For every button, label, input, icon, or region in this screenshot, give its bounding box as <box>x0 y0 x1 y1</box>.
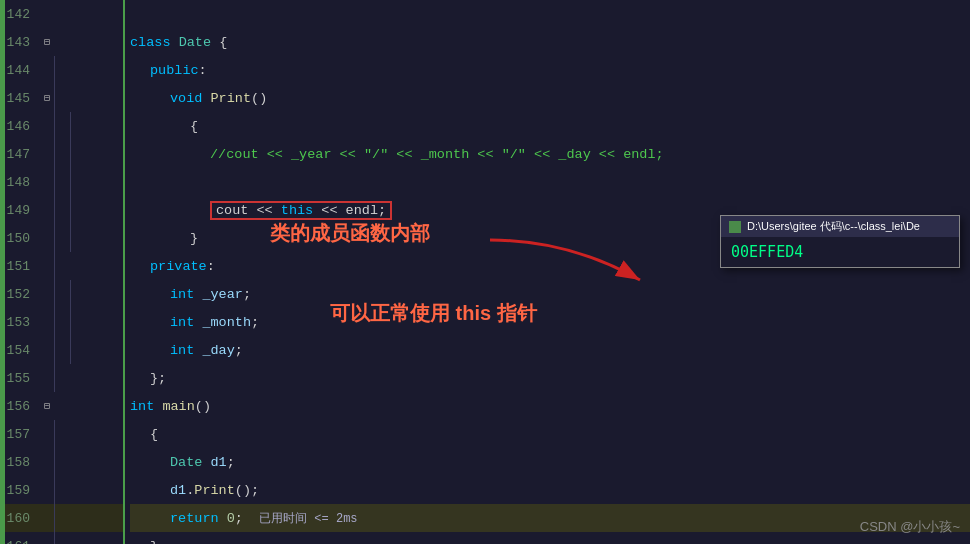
line-num: 147 <box>0 147 40 162</box>
code-line-143: class Date { <box>130 28 970 56</box>
line-num: 149 <box>0 203 40 218</box>
line-row-active: 160 <box>0 504 123 532</box>
line-row: 149 <box>0 196 123 224</box>
line-num: 155 <box>0 371 40 386</box>
fold-spacer <box>40 539 54 544</box>
editor-container: 142 143 ⊟ 144 145 ⊟ <box>0 0 970 544</box>
line-num: 142 <box>0 7 40 22</box>
fold-spacer <box>40 343 54 357</box>
fold-spacer <box>40 371 54 385</box>
popup-value: 00EFFED4 <box>721 237 959 267</box>
line-row: 151 <box>0 252 123 280</box>
code-line-146: { <box>130 112 970 140</box>
line-num: 143 <box>0 35 40 50</box>
code-line-155: }; <box>130 364 970 392</box>
fold-spacer <box>40 203 54 217</box>
popup-icon <box>729 221 741 233</box>
fold-spacer <box>40 287 54 301</box>
line-num: 157 <box>0 427 40 442</box>
line-num: 153 <box>0 315 40 330</box>
line-num: 152 <box>0 287 40 302</box>
line-row: 153 <box>0 308 123 336</box>
code-line-144: public: <box>130 56 970 84</box>
code-line-153: int _month; <box>130 308 970 336</box>
line-num: 159 <box>0 483 40 498</box>
code-line-147: //cout << _year << "/" << _month << "/" … <box>130 140 970 168</box>
line-num: 161 <box>0 539 40 545</box>
code-line-142 <box>130 0 970 28</box>
code-line-145: void Print() <box>130 84 970 112</box>
line-row: 152 <box>0 280 123 308</box>
line-row: 147 <box>0 140 123 168</box>
line-row: 154 <box>0 336 123 364</box>
line-row: 143 ⊟ <box>0 28 123 56</box>
csdn-watermark: CSDN @小小孩~ <box>860 518 960 536</box>
popup-titlebar: D:\Users\gitee 代码\c--\class_lei\De <box>721 216 959 237</box>
annotation-class-member: 类的成员函数内部 <box>270 220 430 247</box>
line-num: 148 <box>0 175 40 190</box>
fold-icon[interactable]: ⊟ <box>40 91 54 105</box>
code-line-156: int main() <box>130 392 970 420</box>
line-row: 144 <box>0 56 123 84</box>
fold-spacer <box>40 7 54 21</box>
line-row: 142 <box>0 0 123 28</box>
line-row: 156 ⊟ <box>0 392 123 420</box>
code-line-154: int _day; <box>130 336 970 364</box>
line-row: 150 <box>0 224 123 252</box>
fold-spacer <box>40 315 54 329</box>
line-num: 144 <box>0 63 40 78</box>
code-line-159: d1.Print(); <box>130 476 970 504</box>
line-numbers: 142 143 ⊟ 144 145 ⊟ <box>0 0 123 544</box>
line-num: 158 <box>0 455 40 470</box>
line-row: 146 <box>0 112 123 140</box>
code-line-158: Date d1; <box>130 448 970 476</box>
code-line-161: } <box>130 532 970 544</box>
fold-spacer <box>40 427 54 441</box>
line-num: 160 <box>0 511 40 526</box>
line-row: 157 <box>0 420 123 448</box>
line-num: 151 <box>0 259 40 274</box>
fold-spacer <box>40 455 54 469</box>
line-num: 156 <box>0 399 40 414</box>
line-row: 155 <box>0 364 123 392</box>
line-num: 146 <box>0 119 40 134</box>
line-row: 145 ⊟ <box>0 84 123 112</box>
code-line-157: { <box>130 420 970 448</box>
fold-spacer <box>40 231 54 245</box>
line-num: 145 <box>0 91 40 106</box>
popup-window: D:\Users\gitee 代码\c--\class_lei\De 00EFF… <box>720 215 960 268</box>
fold-spacer <box>40 511 54 525</box>
line-num: 154 <box>0 343 40 358</box>
fold-spacer <box>40 147 54 161</box>
line-gutter: 142 143 ⊟ 144 145 ⊟ <box>0 0 125 544</box>
fold-icon[interactable]: ⊟ <box>40 399 54 413</box>
popup-title: D:\Users\gitee 代码\c--\class_lei\De <box>747 219 920 234</box>
fold-spacer <box>40 259 54 273</box>
left-accent <box>0 0 5 544</box>
line-row: 159 <box>0 476 123 504</box>
fold-spacer <box>40 175 54 189</box>
line-num: 150 <box>0 231 40 246</box>
annotation-arrow <box>480 225 660 305</box>
code-line-148 <box>130 168 970 196</box>
line-row: 158 <box>0 448 123 476</box>
fold-spacer <box>40 119 54 133</box>
line-row: 148 <box>0 168 123 196</box>
fold-spacer <box>40 483 54 497</box>
line-row: 161 <box>0 532 123 544</box>
fold-icon[interactable]: ⊟ <box>40 35 54 49</box>
code-line-160: → return 0; 已用时间 <= 2ms <box>130 504 970 532</box>
fold-spacer <box>40 63 54 77</box>
